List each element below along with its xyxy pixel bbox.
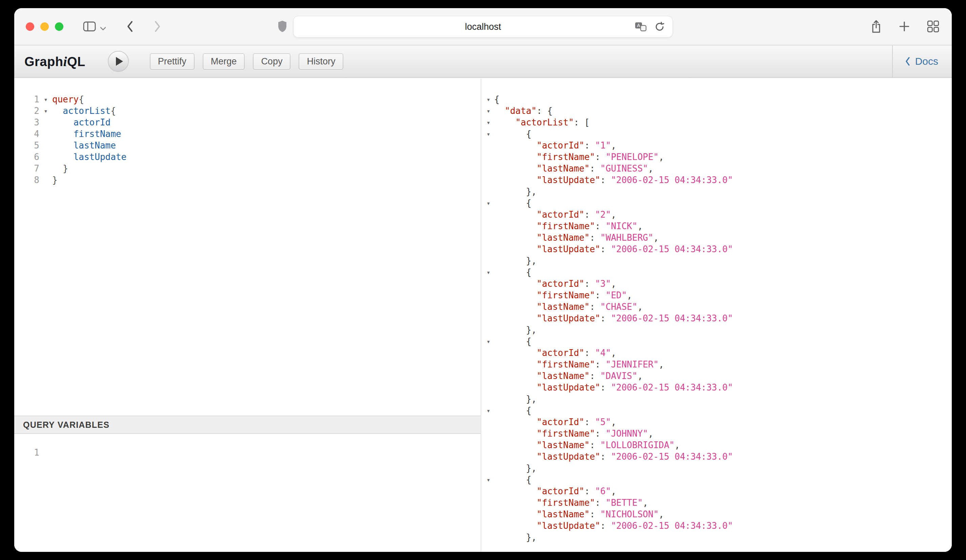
result-text: "firstName": "NICK", [494, 220, 642, 232]
fold-arrow-icon[interactable]: ▾ [483, 336, 494, 347]
result-line-33: }, [483, 462, 952, 474]
result-line-15: }, [483, 255, 952, 266]
result-text: "lastUpdate": "2006-02-15 04:34:33.0" [494, 520, 733, 532]
result-text: "actorId": "4", [494, 347, 616, 359]
fold-arrow-icon[interactable]: ▾ [483, 266, 494, 278]
chevron-down-icon[interactable] [100, 27, 106, 31]
query-line-5: 5 lastName [14, 140, 481, 151]
result-text: "actorList": [ [494, 117, 590, 128]
result-text: { [494, 266, 531, 278]
result-line-3: ▾ "actorList": [ [483, 117, 952, 128]
code-text: query{ [52, 94, 84, 105]
close-window-button[interactable] [26, 22, 34, 31]
merge-button[interactable]: Merge [203, 53, 245, 70]
copy-button[interactable]: Copy [253, 53, 291, 70]
query-line-6: 6 lastUpdate [14, 151, 481, 163]
result-lines: ▾{▾ "data": {▾ "actorList": [▾ { "actorI… [483, 94, 952, 543]
result-text: "actorId": "1", [494, 140, 616, 151]
line-number: 4 [18, 128, 39, 140]
graphiql-main: 1▾query{2▾ actorList{3 actorId4 firstNam… [14, 79, 952, 552]
browser-toolbar: localhost A [14, 8, 952, 46]
address-bar[interactable]: localhost A [294, 16, 672, 37]
result-line-1: ▾{ [483, 94, 952, 105]
new-tab-icon[interactable] [898, 20, 910, 33]
svg-text:A: A [637, 23, 640, 28]
variables-editor[interactable]: 1 [14, 434, 481, 552]
query-line-2: 2▾ actorList{ [14, 105, 481, 117]
result-line-30: "firstName": "JOHNNY", [483, 428, 952, 439]
result-text: { [494, 474, 531, 485]
result-text: "lastName": "CHASE", [494, 301, 642, 312]
result-text: { [494, 197, 531, 209]
code-text: lastUpdate [52, 151, 127, 163]
tab-overview-icon[interactable] [927, 20, 940, 33]
result-pane[interactable]: ▾{▾ "data": {▾ "actorList": [▾ { "actorI… [481, 79, 952, 552]
result-line-17: "actorId": "3", [483, 278, 952, 289]
share-icon[interactable] [871, 19, 882, 34]
line-number: 7 [18, 163, 39, 174]
translate-icon[interactable]: A [634, 22, 647, 32]
fold-arrow-icon[interactable]: ▾ [483, 117, 494, 128]
privacy-shield-icon[interactable] [277, 20, 288, 33]
fold-arrow-icon[interactable]: ▾ [39, 105, 52, 117]
result-line-26: "lastUpdate": "2006-02-15 04:34:33.0" [483, 382, 952, 393]
result-line-25: "lastName": "DAVIS", [483, 370, 952, 382]
browser-window: localhost A [14, 8, 952, 552]
result-line-37: "lastName": "NICHOLSON", [483, 509, 952, 520]
play-icon [116, 57, 123, 66]
query-variables-header[interactable]: QUERY VARIABLES [14, 415, 481, 434]
zoom-window-button[interactable] [55, 22, 63, 31]
result-text: { [494, 336, 531, 347]
query-line-8: 8} [14, 174, 481, 186]
prettify-button[interactable]: Prettify [150, 53, 195, 70]
line-number: 8 [18, 174, 39, 186]
execute-query-button[interactable] [108, 51, 129, 72]
result-line-14: "lastUpdate": "2006-02-15 04:34:33.0" [483, 243, 952, 255]
result-text: "lastUpdate": "2006-02-15 04:34:33.0" [494, 243, 733, 255]
fold-arrow-icon[interactable]: ▾ [483, 197, 494, 209]
graphiql-logo: GraphiQL [25, 54, 85, 69]
result-text: "lastName": "NICHOLSON", [494, 509, 664, 520]
sidebar-toggle-icon[interactable] [83, 21, 96, 31]
window-controls [26, 22, 63, 31]
fold-arrow-icon[interactable]: ▾ [483, 105, 494, 117]
result-text: "firstName": "PENELOPE", [494, 151, 664, 163]
result-line-13: "lastName": "WAHLBERG", [483, 232, 952, 243]
fold-arrow-icon[interactable]: ▾ [483, 94, 494, 105]
back-button[interactable] [126, 20, 134, 33]
result-line-7: "lastName": "GUINESS", [483, 163, 952, 174]
result-line-9: }, [483, 186, 952, 197]
query-editor[interactable]: 1▾query{2▾ actorList{3 actorId4 firstNam… [14, 79, 481, 415]
result-text: }, [494, 255, 537, 266]
query-variables-title: QUERY VARIABLES [23, 420, 110, 430]
result-line-22: ▾ { [483, 336, 952, 347]
result-text: "lastName": "WAHLBERG", [494, 232, 659, 243]
result-text: }, [494, 462, 537, 474]
result-text: { [494, 94, 499, 105]
result-line-27: }, [483, 393, 952, 405]
fold-arrow-icon[interactable]: ▾ [483, 405, 494, 416]
result-text: { [494, 405, 531, 416]
result-line-2: ▾ "data": { [483, 105, 952, 117]
result-line-20: "lastUpdate": "2006-02-15 04:34:33.0" [483, 312, 952, 324]
result-line-6: "firstName": "PENELOPE", [483, 151, 952, 163]
minimize-window-button[interactable] [40, 22, 49, 31]
code-text: actorId [52, 117, 110, 128]
docs-toggle[interactable]: Docs [892, 46, 952, 77]
navigation-controls [83, 20, 162, 33]
result-line-4: ▾ { [483, 128, 952, 140]
forward-button[interactable] [154, 20, 162, 33]
docs-label: Docs [915, 56, 938, 67]
history-button[interactable]: History [299, 53, 343, 70]
reload-button[interactable] [654, 21, 665, 32]
result-line-21: }, [483, 324, 952, 336]
result-text: }, [494, 186, 537, 197]
fold-arrow-icon[interactable]: ▾ [483, 474, 494, 485]
graphiql-actions: Prettify Merge Copy History [150, 53, 344, 70]
result-line-18: "firstName": "ED", [483, 289, 952, 301]
toolbar-right-controls [871, 19, 940, 34]
fold-arrow-icon[interactable]: ▾ [39, 94, 52, 105]
fold-arrow-icon[interactable]: ▾ [483, 128, 494, 140]
graphiql-toolbar: GraphiQL Prettify Merge Copy History Doc… [14, 46, 952, 78]
result-line-31: "lastName": "LOLLOBRIGIDA", [483, 439, 952, 451]
